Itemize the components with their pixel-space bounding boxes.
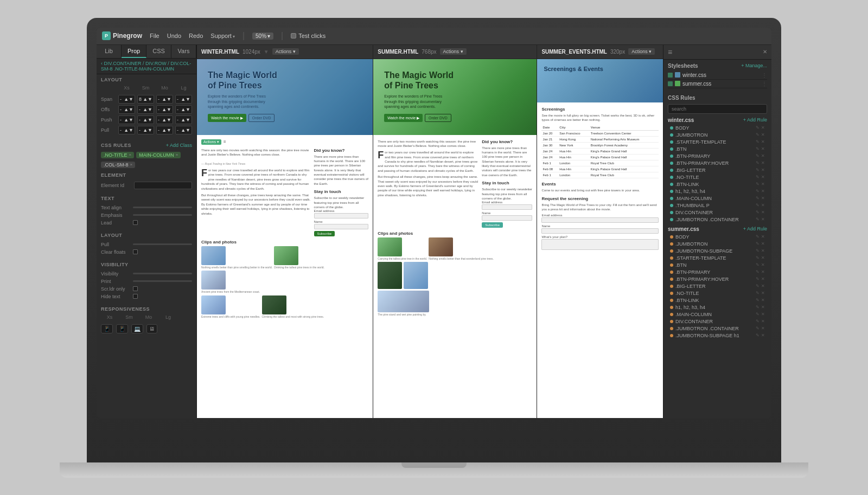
print-slider[interactable] xyxy=(133,280,192,282)
pull-lg[interactable]: -▲▼ xyxy=(175,126,192,134)
file-menu[interactable]: File xyxy=(150,33,159,39)
tag-x-icon[interactable]: × xyxy=(129,152,132,157)
tag-col-sm-8[interactable]: .COL-SM-8× xyxy=(101,162,135,168)
css-rule-item[interactable]: .BIG-LETTER ✎ ✕ xyxy=(668,167,767,173)
css-rule-item[interactable]: .JUMBOTRON .CONTAINER ✎ ✕ xyxy=(668,325,767,332)
summer-subscribe-button[interactable]: Subscribe xyxy=(482,222,503,228)
lead-checkbox[interactable] xyxy=(133,220,138,225)
span-lg-input[interactable]: -▲▼ xyxy=(175,95,192,104)
css-rule-item[interactable]: .JUMBOTRON .CONTAINER ✎ ✕ xyxy=(668,216,767,223)
close-icon[interactable]: ✕ xyxy=(763,49,767,55)
pull-xs[interactable]: -▲▼ xyxy=(118,126,135,134)
add-rule-summer-button[interactable]: + Add Rule xyxy=(743,226,767,232)
element-id-input[interactable] xyxy=(134,182,192,189)
css-search-input[interactable] xyxy=(668,104,767,114)
css-rule-item[interactable]: .BTN-LINK ✎ ✕ xyxy=(668,297,767,304)
css-rule-item[interactable]: DIV.CONTAINER ✎ ✕ xyxy=(668,209,767,216)
summer-order-button[interactable]: Order DVD xyxy=(425,114,451,122)
css-rule-item[interactable]: h1, h2, h3, h4 ✎ ✕ xyxy=(668,304,767,311)
test-clicks-toggle[interactable]: Test clicks xyxy=(291,33,326,39)
css-rule-item[interactable]: .STARTER-TEMPLATE ✎ ✕ xyxy=(668,255,767,261)
offs-md[interactable]: -▲▼ xyxy=(156,105,173,114)
winter-order-button[interactable]: Order DVD xyxy=(248,114,275,122)
tag-main-column[interactable]: MAIN-COLUMN× xyxy=(136,152,181,158)
subscribe-button[interactable]: Subscribe xyxy=(314,231,335,236)
resp-desktop-lg[interactable]: 🖥 xyxy=(146,324,157,333)
clear-floats-checkbox[interactable] xyxy=(133,249,138,254)
css-rule-item[interactable]: .NO-TITLE ✎ ✕ xyxy=(668,174,767,181)
email-input[interactable] xyxy=(314,213,369,218)
css-rule-item[interactable]: BODY ✎ ✕ xyxy=(668,234,767,240)
css-rule-item[interactable]: .MAIN-COLUMN ✎ ✕ xyxy=(668,311,767,318)
css-rule-item[interactable]: .BTN-PRIMARY ✎ ✕ xyxy=(668,269,767,275)
push-xs[interactable]: -▲▼ xyxy=(118,115,135,124)
css-rule-item[interactable]: .MAIN-COLUMN ✎ ✕ xyxy=(668,195,767,202)
css-rule-item[interactable]: .STARTER-TEMPLATE ✎ ✕ xyxy=(668,139,767,145)
resp-desktop-sm[interactable]: 💻 xyxy=(131,324,143,333)
css-rule-item[interactable]: .NO-TITLE ✎ ✕ xyxy=(668,290,767,297)
css-rule-item[interactable]: .BIG-LETTER ✎ ✕ xyxy=(668,283,767,290)
pull-slider[interactable] xyxy=(133,243,192,245)
resp-tablet[interactable]: 📱 xyxy=(116,324,128,333)
redo-button[interactable]: Redo xyxy=(189,33,203,39)
text-align-slider[interactable] xyxy=(133,207,192,208)
offs-lg[interactable]: -▲▼ xyxy=(175,105,192,114)
span-md-input[interactable]: -▲▼ xyxy=(156,95,173,104)
push-sm[interactable]: -▲▼ xyxy=(137,115,154,124)
scr-ldr-checkbox[interactable] xyxy=(133,286,138,291)
offs-sm[interactable]: -▲▼ xyxy=(137,105,154,114)
summer-watch-button[interactable]: Watch the movie ▶ xyxy=(384,114,423,122)
tag-no-title[interactable]: .NO-TITLE× xyxy=(101,152,134,158)
css-rule-item[interactable]: .BTN ✎ ✕ xyxy=(668,146,767,152)
css-rule-item[interactable]: .BTN-LINK ✎ ✕ xyxy=(668,181,767,188)
zoom-control[interactable]: 50%▾ xyxy=(252,33,273,40)
tag-x3-icon[interactable]: × xyxy=(130,162,133,167)
offs-xs[interactable]: -▲▼ xyxy=(118,105,135,114)
visibility-slider[interactable] xyxy=(133,273,192,274)
name-input[interactable] xyxy=(314,224,369,229)
winter-watch-button[interactable]: Watch the movie ▶ xyxy=(208,114,246,122)
span-sm-input[interactable]: 8▲▼ xyxy=(137,95,154,104)
push-md[interactable]: -▲▼ xyxy=(156,115,173,124)
summer-name-input[interactable] xyxy=(482,215,532,221)
css-rule-item[interactable]: .BTN ✎ ✕ xyxy=(668,262,767,268)
tab-lib[interactable]: Lib xyxy=(97,45,122,58)
tab-vars[interactable]: Vars xyxy=(171,45,196,58)
summer-email-input[interactable] xyxy=(482,204,532,210)
push-lg[interactable]: -▲▼ xyxy=(175,115,192,124)
actions-winter-button[interactable]: Actions ▾ xyxy=(272,48,299,55)
pull-md[interactable]: -▲▼ xyxy=(156,126,173,134)
css-rule-item[interactable]: .BTN-PRIMARY:HOVER ✎ ✕ xyxy=(668,276,767,282)
hide-text-checkbox[interactable] xyxy=(133,294,138,299)
css-rule-item[interactable]: DIV.CONTAINER ✎ ✕ xyxy=(668,318,767,325)
tag-x2-icon[interactable]: × xyxy=(176,152,178,157)
css-rule-item[interactable]: .JUMBOTRON ✎ ✕ xyxy=(668,132,767,138)
actions-summer-button[interactable]: Actions ▾ xyxy=(440,48,467,55)
css-rule-item[interactable]: h1, h2, h3, h4 ✎ ✕ xyxy=(668,188,767,195)
span-xs-input[interactable]: -▲▼ xyxy=(118,95,135,104)
test-clicks-checkbox[interactable] xyxy=(291,33,296,38)
support-menu[interactable]: Support▾ xyxy=(210,33,235,39)
css-rule-item[interactable]: .BTN-PRIMARY ✎ ✕ xyxy=(668,153,767,159)
css-rule-item[interactable]: .BTN-PRIMARY:HOVER ✎ ✕ xyxy=(668,160,767,166)
add-class-button[interactable]: + Add Class xyxy=(166,143,192,148)
events-name-input[interactable] xyxy=(541,228,659,234)
events-plan-textarea[interactable] xyxy=(541,239,659,250)
css-rule-item[interactable]: .JUMBOTRON ✎ ✕ xyxy=(668,241,767,247)
ss-checkbox-winter[interactable] xyxy=(668,73,673,78)
pull-sm[interactable]: -▲▼ xyxy=(137,126,154,134)
emphasis-slider[interactable] xyxy=(133,214,192,216)
actions-events-button[interactable]: Actions ▾ xyxy=(628,48,655,55)
events-email-input[interactable] xyxy=(541,217,659,223)
undo-button[interactable]: Undo xyxy=(167,33,181,39)
manage-button[interactable]: + Manage... xyxy=(741,63,767,68)
css-rule-item[interactable]: BODY ✎ ✕ xyxy=(668,125,767,131)
tab-prop[interactable]: Prop xyxy=(122,45,146,58)
css-rule-item[interactable]: .JUMBOTRON-SUBPAGE ✎ ✕ xyxy=(668,248,767,254)
css-rule-item[interactable]: .JUMBOTRON-SUBPAGE h1 ✎ ✕ xyxy=(668,332,767,339)
tab-css[interactable]: CSS xyxy=(146,45,171,58)
css-rule-item[interactable]: .THUMBNAIL P ✎ ✕ xyxy=(668,202,767,209)
add-rule-winter-button[interactable]: + Add Rule xyxy=(743,117,767,123)
resp-mobile[interactable]: 📱 xyxy=(101,324,113,333)
ss-checkbox-summer[interactable] xyxy=(668,81,673,86)
